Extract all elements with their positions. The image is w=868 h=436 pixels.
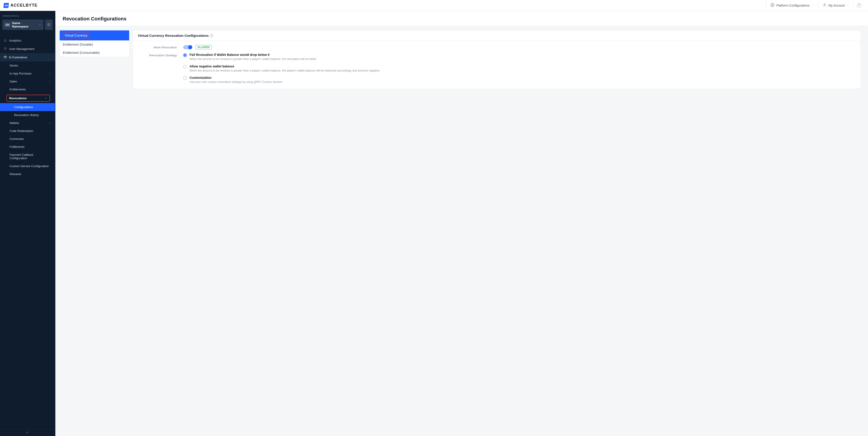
my-account-button[interactable]: My Account: [818, 0, 854, 11]
sidebar-item-configurations[interactable]: Configurations: [0, 103, 55, 111]
radio-description: When the amount to be revoked is greater…: [189, 57, 856, 61]
page-header: Revocation Configurations: [55, 11, 868, 26]
sidebar-item-label: Code Redemption: [9, 129, 33, 133]
sidebar-item-custom-service-config[interactable]: Custom Service Configuration: [0, 162, 55, 170]
chevron-double-left-icon: [26, 431, 29, 435]
topbar: AB ACCELBYTE Platform Configurations My …: [0, 0, 868, 11]
chevron-up-icon: [44, 97, 47, 100]
chevron-down-icon: [847, 4, 849, 7]
panel-title: Virtual Currency Revocation Configuratio…: [138, 34, 209, 37]
sidebar-item-sales[interactable]: Sales: [0, 78, 55, 85]
gear-icon: [47, 23, 51, 27]
configuration-panel: Virtual Currency Revocation Configuratio…: [132, 30, 861, 89]
sidebar-item-wallets[interactable]: Wallets: [0, 119, 55, 127]
platform-configurations-button[interactable]: Platform Configurations: [766, 0, 818, 11]
sidebar-item-label: Revocation History: [14, 113, 39, 117]
user-icon: [823, 3, 827, 8]
radio-option-fail-below-zero[interactable]: Fail Revocation if Wallet Balance would …: [183, 53, 856, 61]
tab-entitlement-durable[interactable]: Entitlement (Durable): [60, 40, 129, 49]
namespace-settings-button[interactable]: [45, 20, 53, 30]
sidebar-item-label: Configurations: [14, 105, 33, 109]
radio-title: Customization: [189, 76, 856, 80]
platform-configurations-label: Platform Configurations: [776, 4, 809, 7]
sidebar-item-label: Entitlements: [9, 88, 26, 91]
brand-logo-icon: AB: [3, 3, 9, 8]
radio-icon: [183, 53, 187, 57]
user-icon: [4, 47, 7, 51]
sidebar-item-label: In-App Purchase: [9, 72, 32, 75]
sidebar-item-label: Fulfillments: [9, 145, 25, 148]
sidebar-collapse-button[interactable]: [0, 429, 55, 436]
radio-icon: [183, 76, 187, 80]
page-title: Revocation Configurations: [63, 16, 861, 22]
radio-option-allow-negative[interactable]: Allow negative wallet balance When the a…: [183, 64, 856, 73]
sidebar-item-revocations[interactable]: Revocations: [0, 95, 55, 102]
bar-chart-icon: [4, 38, 7, 42]
radio-title: Fail Revocation if Wallet Balance would …: [189, 53, 856, 57]
sidebar-item-currencies[interactable]: Currencies: [0, 135, 55, 143]
toggle-knob: [188, 45, 192, 49]
svg-rect-4: [4, 56, 7, 58]
svg-point-3: [5, 48, 6, 49]
sidebar-item-label: Revocations: [9, 96, 27, 100]
sidebar-item-in-app-purchase[interactable]: In-App Purchase: [0, 69, 55, 78]
sidebar-item-label: User Management: [9, 47, 34, 51]
sidebar-item-ecommerce[interactable]: E-Commerce: [0, 53, 55, 62]
sidebar-item-code-redemption[interactable]: Code Redemption: [0, 127, 55, 135]
info-icon[interactable]: i: [210, 34, 213, 37]
chevron-down-icon: [811, 4, 814, 7]
help-button[interactable]: ?: [854, 0, 864, 11]
tab-entitlement-consumable[interactable]: Entitlement (Consumable): [60, 49, 129, 57]
radio-description: Use your own custom revocation strategy …: [189, 80, 856, 84]
sidebar-item-payment-callback-config[interactable]: Payment Callback Configuration: [0, 151, 55, 162]
sidebar-item-label: E-Commerce: [9, 56, 27, 59]
radio-option-customization[interactable]: Customization Use your own custom revoca…: [183, 76, 856, 84]
sidebar-item-label: Payment Callback Configuration: [9, 153, 51, 160]
main-content: Revocation Configurations Virtual Curren…: [55, 11, 868, 436]
revocation-strategy-radio-group: Fail Revocation if Wallet Balance would …: [183, 53, 856, 84]
allow-revocation-label: Allow Revocation: [138, 45, 183, 49]
allow-revocation-toggle[interactable]: [183, 45, 192, 49]
sidebar-item-fulfillments[interactable]: Fulfillments: [0, 143, 55, 151]
radio-title: Allow negative wallet balance: [189, 64, 856, 68]
tab-label: Entitlement (Consumable): [63, 51, 100, 55]
brand-name: ACCELBYTE: [10, 3, 37, 8]
namespace-badge: GN: [4, 23, 10, 27]
chevron-down-icon: [49, 80, 51, 83]
sidebar-item-label: Sales: [9, 80, 17, 83]
radio-description: When the amount to be revoked is greater…: [189, 69, 856, 73]
svg-point-0: [772, 4, 773, 6]
topbar-right: Platform Configurations My Account ?: [766, 0, 864, 11]
allowed-status-badge: ALLOWED: [195, 45, 212, 49]
shop-icon: [4, 55, 7, 59]
sidebar-item-label: Custom Service Configuration: [9, 165, 49, 168]
sidebar-item-label: Analytics: [9, 39, 21, 42]
tab-label: Entitlement (Durable): [63, 43, 93, 46]
brand: AB ACCELBYTE: [4, 3, 37, 8]
sidebar-item-label: Currencies: [9, 137, 24, 141]
gear-icon: [770, 3, 774, 8]
tab-virtual-currency[interactable]: Virtual Currency: [60, 30, 129, 40]
sidebar-item-rewards[interactable]: Rewards: [0, 170, 55, 178]
namespace-heading: NAMESPACE: [0, 11, 55, 20]
sidebar-item-label: Rewards: [9, 172, 21, 176]
sidebar-item-stores[interactable]: Stores: [0, 62, 55, 69]
svg-point-1: [824, 4, 825, 5]
sidebar-item-revocation-history[interactable]: Revocation History: [0, 111, 55, 119]
chevron-down-icon: [49, 122, 51, 124]
revocation-strategy-label: Revocation Strategy: [138, 53, 183, 57]
sidebar-item-user-management[interactable]: User Management: [0, 45, 55, 53]
sidebar-item-entitlements[interactable]: Entitlements: [0, 85, 55, 93]
svg-point-2: [48, 24, 49, 25]
chevron-down-icon: [49, 72, 51, 75]
namespace-name: Game Namespace: [12, 21, 37, 28]
radio-icon: [183, 65, 187, 68]
my-account-label: My Account: [829, 4, 845, 7]
sidebar-item-label: Stores: [9, 64, 18, 67]
help-icon: ?: [857, 3, 861, 8]
namespace-selector[interactable]: GN Game Namespace: [2, 20, 43, 30]
sidebar-item-analytics[interactable]: Analytics: [0, 36, 55, 45]
sidebar: NAMESPACE GN Game Namespace: [0, 11, 55, 436]
tab-label: Virtual Currency: [63, 33, 89, 38]
sidebar-item-label: Wallets: [9, 121, 19, 125]
